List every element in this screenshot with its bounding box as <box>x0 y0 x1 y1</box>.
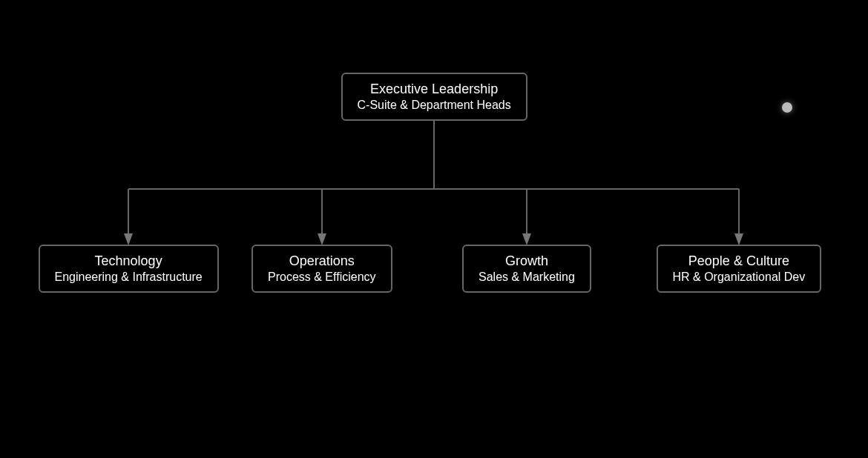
org-node-title: Executive Leadership <box>358 82 511 97</box>
org-node-title: Growth <box>479 253 575 269</box>
org-node-root[interactable]: Executive Leadership C-Suite & Departmen… <box>341 73 527 121</box>
connector-lines <box>0 0 868 458</box>
decorative-dot-icon <box>782 102 792 113</box>
org-node-subtitle: HR & Organizational Dev <box>673 271 806 284</box>
org-node-child-1[interactable]: Operations Process & Efficiency <box>251 245 392 293</box>
org-node-child-0[interactable]: Technology Engineering & Infrastructure <box>39 245 219 293</box>
org-node-subtitle: Sales & Marketing <box>479 271 575 284</box>
org-node-title: Technology <box>55 253 203 269</box>
org-node-subtitle: C-Suite & Department Heads <box>358 99 511 112</box>
org-node-child-2[interactable]: Growth Sales & Marketing <box>462 245 591 293</box>
org-node-child-3[interactable]: People & Culture HR & Organizational Dev <box>657 245 822 293</box>
org-node-title: Operations <box>268 253 376 269</box>
org-node-subtitle: Process & Efficiency <box>268 271 376 284</box>
org-node-title: People & Culture <box>673 253 806 269</box>
org-node-subtitle: Engineering & Infrastructure <box>55 271 203 284</box>
